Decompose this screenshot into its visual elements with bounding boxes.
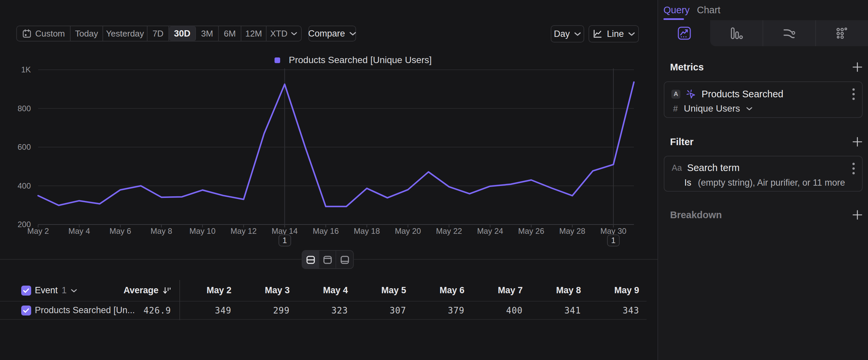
tab-chart[interactable]: Chart (697, 5, 720, 16)
date-column-header[interactable]: May 6 (411, 280, 465, 301)
value-cell: 299 (237, 302, 290, 319)
check-icon (23, 288, 30, 293)
plus-icon (851, 61, 863, 73)
x-axis-label: May 16 (313, 226, 339, 236)
date-column-header[interactable]: May 3 (237, 280, 290, 301)
add-breakdown-button[interactable] (851, 209, 863, 221)
table-view-icon (340, 254, 350, 265)
x-axis-label: May 18 (354, 226, 380, 236)
report-type-tabs (658, 20, 868, 46)
y-axis-label: 600 (18, 142, 31, 151)
sidebar-tabs: Query Chart (658, 0, 868, 20)
plus-icon (851, 136, 863, 148)
date-column-header[interactable]: May 7 (470, 280, 523, 301)
x-axis-label: May 22 (436, 226, 462, 236)
table-header-row: Event1AverageMay 2May 3May 4May 5May 6Ma… (0, 280, 647, 302)
filter-operator[interactable]: Is (684, 178, 691, 188)
filter-value[interactable]: (empty string), Air purifier, or 11 more (698, 178, 845, 188)
date-column-header[interactable]: May 9 (586, 280, 639, 301)
insights-icon (677, 26, 692, 41)
add-filter-button[interactable] (851, 136, 863, 148)
y-axis-label: 800 (18, 104, 31, 113)
add-metric-button[interactable] (851, 61, 863, 73)
tab-insights[interactable] (658, 20, 710, 46)
main-content: CustomTodayYesterday7D30D3M6M12MXTD Comp… (0, 0, 658, 360)
date-column-header[interactable]: May 5 (353, 280, 406, 301)
view-toggle-chart-and-table[interactable] (302, 251, 319, 268)
value-cell: 400 (470, 302, 523, 319)
annotation-badge[interactable]: 1 (279, 234, 291, 246)
average-value-cell: 426.9 (92, 302, 171, 319)
tab-funnels[interactable] (710, 20, 763, 46)
tab-flows[interactable] (763, 20, 816, 46)
value-cell: 341 (528, 302, 581, 319)
x-axis-label: May 28 (559, 226, 586, 236)
filter-property-name[interactable]: Search term (687, 162, 740, 173)
x-axis-label: May 12 (230, 226, 257, 236)
filter-menu-button[interactable] (852, 157, 855, 180)
breakdown-title: Breakdown (670, 210, 722, 221)
value-cell: 349 (178, 302, 231, 319)
event-spark-icon (686, 89, 696, 99)
view-toggle-group (302, 250, 354, 269)
average-value: 426.9 (144, 306, 171, 315)
app-root: CustomTodayYesterday7D30D3M6M12MXTD Comp… (0, 0, 868, 360)
event-column-header[interactable]: Event1 (35, 280, 77, 301)
summary-table: Event1AverageMay 2May 3May 4May 5May 6Ma… (0, 280, 657, 320)
measurement-selector[interactable]: Unique Users (684, 103, 740, 114)
x-axis-label: May 2 (27, 226, 49, 236)
row-checkbox[interactable] (21, 306, 31, 315)
average-column-header[interactable]: Average (92, 280, 171, 301)
table-column-divider (179, 280, 180, 320)
sort-descending-icon (162, 286, 171, 295)
split-view-icon (305, 254, 316, 265)
x-axis-label: May 10 (189, 226, 216, 236)
retention-icon (834, 26, 849, 41)
x-axis-label: May 20 (395, 226, 421, 236)
funnels-icon (729, 26, 744, 41)
line-chart[interactable]: 2004006008001KMay 2May 4May 6May 8May 10… (0, 0, 657, 259)
table-row: Products Searched [Un...426.934929932330… (0, 302, 647, 320)
metric-event-name[interactable]: Products Searched (702, 89, 783, 100)
x-axis-label: May 6 (110, 226, 131, 236)
x-axis-label: May 26 (518, 226, 545, 236)
y-axis-label: 400 (18, 181, 31, 190)
metric-card[interactable]: A Products Searched # Unique Users (664, 81, 863, 118)
tab-retention[interactable] (816, 20, 868, 46)
tab-underline (663, 18, 684, 20)
value-cell: 379 (411, 302, 465, 319)
event-count: 1 (62, 285, 67, 296)
query-sidebar: Query Chart (658, 0, 868, 360)
chevron-down-icon (746, 107, 753, 111)
date-column-header[interactable]: May 2 (178, 280, 231, 301)
view-toggle-table-only[interactable] (336, 251, 353, 268)
filter-title: Filter (670, 137, 693, 147)
metric-letter-badge: A (672, 90, 680, 99)
date-column-header[interactable]: May 4 (295, 280, 348, 301)
metric-menu-button[interactable] (852, 82, 855, 106)
chart-view-icon (322, 254, 333, 265)
average-label: Average (123, 285, 158, 296)
check-icon (23, 308, 30, 313)
flows-icon (781, 26, 797, 41)
property-type-badge: Aa (672, 163, 682, 173)
date-column-header[interactable]: May 8 (528, 280, 581, 301)
measure-hash: # (673, 104, 678, 114)
x-axis-label: May 4 (68, 226, 90, 236)
filter-card[interactable]: Aa Search term Is (empty string), Air pu… (664, 156, 863, 192)
chevron-down-icon (71, 288, 77, 293)
value-cell: 307 (353, 302, 406, 319)
metrics-title: Metrics (670, 62, 704, 73)
series-line (38, 82, 634, 206)
annotation-badge[interactable]: 1 (607, 234, 620, 246)
x-axis-label: May 14 (272, 226, 298, 236)
select-all-checkbox[interactable] (21, 286, 31, 296)
plus-icon (851, 209, 863, 221)
x-axis-label: May 24 (477, 226, 503, 236)
y-axis-label: 1K (21, 65, 31, 74)
tab-query[interactable]: Query (663, 5, 690, 16)
x-axis-label: May 30 (600, 226, 627, 236)
event-label: Event (35, 285, 58, 296)
view-toggle-chart-only[interactable] (319, 251, 336, 268)
value-cell: 343 (586, 302, 639, 319)
